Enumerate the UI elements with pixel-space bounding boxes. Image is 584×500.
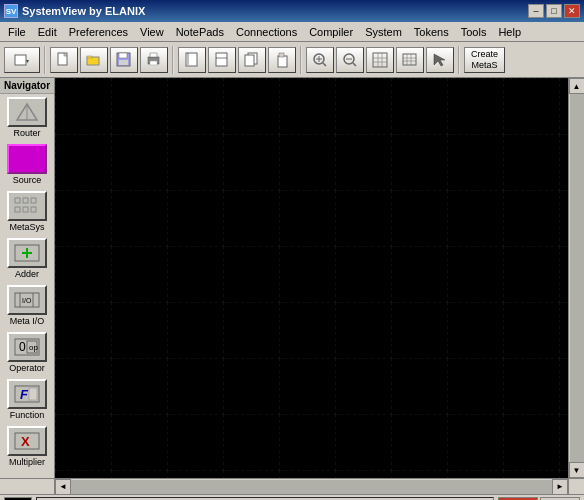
cut-icon — [184, 52, 200, 68]
toolbar-cursor-btn[interactable] — [426, 47, 454, 73]
menu-bar: File Edit Preferences View NotePads Conn… — [0, 22, 584, 42]
toolbar-zoom-out-btn[interactable] — [336, 47, 364, 73]
svg-text:0: 0 — [19, 340, 26, 354]
zoom-out-icon — [342, 52, 358, 68]
source-label: Source — [13, 175, 42, 185]
scroll-track-horizontal[interactable] — [71, 480, 552, 494]
nav-item-adder[interactable]: Adder — [3, 238, 51, 279]
source-icon — [7, 144, 47, 174]
move-icon — [214, 52, 230, 68]
scroll-row: ◄ ► — [0, 478, 584, 494]
metasys-label: MetaSys — [9, 222, 44, 232]
svg-line-25 — [353, 63, 356, 66]
horizontal-scrollbar: ◄ ► — [55, 479, 568, 494]
svg-rect-41 — [23, 198, 28, 203]
nav-item-metaio[interactable]: I/O Meta I/O — [3, 285, 51, 326]
status-bar: System not Executed. Token count is 0. E… — [0, 494, 584, 500]
svg-rect-12 — [186, 53, 197, 66]
toolbar-cut-btn[interactable] — [178, 47, 206, 73]
adder-icon — [7, 238, 47, 268]
toolbar-table-btn[interactable] — [396, 47, 424, 73]
menu-compiler[interactable]: Compiler — [303, 22, 359, 41]
copy-icon — [244, 52, 260, 68]
toolbar-new-btn[interactable] — [50, 47, 78, 73]
nav-item-metasys[interactable]: MetaSys — [3, 191, 51, 232]
vertical-scrollbar: ▲ ▼ — [568, 78, 584, 478]
menu-system[interactable]: System — [359, 22, 408, 41]
navigator-label: Navigator — [0, 78, 54, 94]
menu-tools[interactable]: Tools — [455, 22, 493, 41]
svg-rect-8 — [119, 60, 128, 65]
toolbar-separator-1 — [44, 46, 46, 74]
toolbar-zoom-in-btn[interactable] — [306, 47, 334, 73]
canvas-area[interactable] — [55, 78, 568, 478]
function-icon: F — [7, 379, 47, 409]
svg-rect-5 — [87, 56, 92, 58]
print-icon — [146, 52, 162, 68]
svg-marker-37 — [434, 54, 445, 66]
close-button[interactable]: ✕ — [564, 4, 580, 18]
maximize-button[interactable]: □ — [546, 4, 562, 18]
toolbar-separator-4 — [458, 46, 460, 74]
window-title: SystemView by ELANIX — [22, 5, 145, 17]
svg-rect-18 — [278, 56, 287, 67]
multiplier-label: Multiplier — [9, 457, 45, 467]
menu-view[interactable]: View — [134, 22, 170, 41]
minimize-button[interactable]: – — [528, 4, 544, 18]
operator-icon: 0 op — [7, 332, 47, 362]
save-icon — [116, 52, 132, 68]
toolbar-select-dropdown[interactable] — [4, 47, 40, 73]
multiplier-icon: X — [7, 426, 47, 456]
nav-item-function[interactable]: F Function — [3, 379, 51, 420]
svg-rect-45 — [31, 207, 36, 212]
status-right: Not S... System — [498, 497, 580, 501]
toolbar-open-btn[interactable] — [80, 47, 108, 73]
svg-rect-42 — [31, 198, 36, 203]
status-badge-2: System — [540, 497, 580, 501]
menu-notepads[interactable]: NotePads — [170, 22, 230, 41]
toolbar-move-btn[interactable] — [208, 47, 236, 73]
router-icon — [7, 97, 47, 127]
toolbar-copy-btn[interactable] — [238, 47, 266, 73]
scroll-up-button[interactable]: ▲ — [569, 78, 585, 94]
scroll-right-button[interactable]: ► — [552, 479, 568, 495]
status-badge-1: Not S... — [498, 497, 538, 501]
menu-preferences[interactable]: Preferences — [63, 22, 134, 41]
svg-rect-17 — [245, 55, 254, 66]
toolbar-print-btn[interactable] — [140, 47, 168, 73]
create-metas-button[interactable]: CreateMetaS — [464, 47, 505, 73]
new-file-icon — [56, 52, 72, 68]
menu-help[interactable]: Help — [492, 22, 527, 41]
toolbar-separator-2 — [172, 46, 174, 74]
scroll-track-vertical[interactable] — [570, 94, 584, 462]
svg-line-21 — [323, 63, 326, 66]
toolbar-grid-btn[interactable] — [366, 47, 394, 73]
adder-label: Adder — [15, 269, 39, 279]
svg-rect-10 — [150, 53, 157, 57]
open-folder-icon — [86, 52, 102, 68]
svg-rect-44 — [23, 207, 28, 212]
nav-item-multiplier[interactable]: X Multiplier — [3, 426, 51, 467]
nav-item-source[interactable]: Source — [3, 144, 51, 185]
svg-rect-40 — [15, 198, 20, 203]
operator-label: Operator — [9, 363, 45, 373]
svg-rect-11 — [150, 61, 157, 65]
menu-connections[interactable]: Connections — [230, 22, 303, 41]
metasys-icon — [7, 191, 47, 221]
svg-rect-65 — [55, 78, 568, 478]
nav-item-operator[interactable]: 0 op Operator — [3, 332, 51, 373]
scroll-down-button[interactable]: ▼ — [569, 462, 585, 478]
menu-tokens[interactable]: Tokens — [408, 22, 455, 41]
menu-file[interactable]: File — [2, 22, 32, 41]
scroll-left-button[interactable]: ◄ — [55, 479, 71, 495]
svg-rect-43 — [15, 207, 20, 212]
svg-rect-59 — [29, 388, 37, 400]
toolbar-paste-btn[interactable] — [268, 47, 296, 73]
scroll-spacer-right — [568, 479, 584, 494]
svg-rect-7 — [119, 53, 127, 58]
nav-item-router[interactable]: Router — [3, 97, 51, 138]
toolbar-save-btn[interactable] — [110, 47, 138, 73]
menu-edit[interactable]: Edit — [32, 22, 63, 41]
router-label: Router — [13, 128, 40, 138]
svg-text:I/O: I/O — [22, 297, 32, 304]
